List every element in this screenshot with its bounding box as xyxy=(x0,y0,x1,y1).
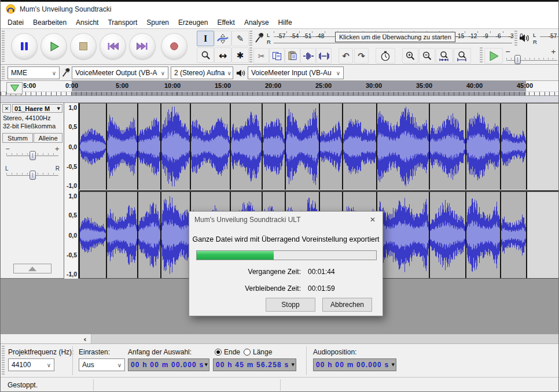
timer-button[interactable] xyxy=(376,48,395,64)
selection-tool-button[interactable]: I xyxy=(197,31,214,46)
track-top-border xyxy=(79,103,559,103)
menu-spuren[interactable]: Spuren xyxy=(142,17,174,28)
radio-length-icon[interactable] xyxy=(244,349,251,356)
stop-button[interactable] xyxy=(70,33,97,60)
copy-button[interactable] xyxy=(269,48,285,64)
horizontal-scrollbar[interactable]: ‹ xyxy=(1,334,559,343)
selection-end-timefield[interactable]: 00 h 45 m 56.258 s ▼ xyxy=(213,358,296,371)
menu-bearbeiten[interactable]: Bearbeiten xyxy=(28,17,71,28)
timeline-pin-button[interactable] xyxy=(6,82,23,94)
speed-slider-thumb[interactable] xyxy=(514,55,521,64)
timeline-ruler[interactable]: 5:00 0:005:0010:0015:0020:0025:0030:0035… xyxy=(1,81,559,96)
paste-button[interactable] xyxy=(285,48,300,64)
zoom-fit-project-button[interactable] xyxy=(454,48,471,64)
menu-ansicht[interactable]: Ansicht xyxy=(71,17,103,28)
gain-slider[interactable]: − + xyxy=(4,146,61,162)
toolbar-grip[interactable] xyxy=(480,47,483,62)
zoom-out-button[interactable] xyxy=(419,48,435,64)
skip-to-end-button[interactable] xyxy=(129,33,156,60)
radio-length[interactable]: Länge xyxy=(244,348,272,356)
menu-hilfe[interactable]: Hilfe xyxy=(274,17,297,28)
radio-end[interactable]: Ende xyxy=(215,348,240,356)
toolbar-grip[interactable] xyxy=(514,31,517,46)
undo-button[interactable]: ↶ xyxy=(339,48,353,64)
selection-start-timefield[interactable]: 00 h 00 m 00.000 s ▼ xyxy=(128,358,209,371)
pan-slider[interactable]: L R xyxy=(4,165,61,182)
recording-device-select[interactable]: VoiceMeeter Output (VB-A ∨ xyxy=(72,66,168,79)
cancel-export-button[interactable]: Abbrechen xyxy=(322,298,372,312)
menu-effekt[interactable]: Effekt xyxy=(212,17,239,28)
stop-export-button[interactable]: Stopp xyxy=(266,298,315,312)
cancel-export-label: Abbrechen xyxy=(330,301,364,309)
vruler-channel-left: 1,00,50,0-0,5-1,0 xyxy=(64,103,79,190)
chevron-down-icon: ∨ xyxy=(227,70,231,76)
scale-label-0,0: 0,0 xyxy=(68,143,77,150)
microphone-icon xyxy=(61,67,71,79)
toolbar-grip[interactable] xyxy=(249,31,252,46)
toolbar-grip[interactable] xyxy=(2,66,5,79)
zoom-to-selection-button[interactable] xyxy=(436,48,453,64)
radio-end-icon[interactable] xyxy=(215,349,222,356)
vertical-scale-ruler[interactable]: 1,00,50,0-0,5-1,0 1,00,50,0-0,5-1,0 xyxy=(64,103,79,279)
selection-end-time: 00 h 45 m 56.258 s xyxy=(216,361,289,369)
zoom-tool-button[interactable] xyxy=(197,47,214,63)
stopwatch-icon xyxy=(380,51,391,61)
waveform-channel-left[interactable] xyxy=(79,103,559,190)
timeline-label-5:00: 5:00 xyxy=(116,82,128,89)
record-button[interactable] xyxy=(161,33,187,60)
play-meter-tick: -57 xyxy=(549,33,557,39)
pan-slider-thumb[interactable] xyxy=(30,171,36,180)
project-rate-value: 44100 xyxy=(12,361,31,369)
silence-audio-button[interactable] xyxy=(316,48,332,64)
playback-device-select[interactable]: VoiceMeeter Input (VB-Au ∨ xyxy=(248,66,344,79)
playback-meter[interactable]: L R -57 xyxy=(519,31,559,46)
mute-button[interactable]: Stumm xyxy=(2,133,33,143)
audacity-logo-icon xyxy=(6,4,16,14)
scrollbar-track[interactable] xyxy=(91,334,559,343)
scroll-left-icon: ‹ xyxy=(83,335,86,343)
meter-tooltip: Klicken um die Überwachung zu starten xyxy=(335,32,455,42)
toolbar-grip[interactable] xyxy=(2,31,5,63)
scroll-left-button[interactable]: ‹ xyxy=(79,334,91,343)
play-at-speed-button[interactable] xyxy=(484,48,503,64)
dialog-close-button[interactable]: ✕ xyxy=(363,212,383,227)
snap-to-value: Aus xyxy=(82,361,94,369)
recording-channels-select[interactable]: 2 (Stereo) Aufna ∨ xyxy=(171,66,233,79)
project-rate-select[interactable]: 44100 ∨ xyxy=(8,358,54,371)
trim-audio-button[interactable] xyxy=(300,48,316,64)
device-toolbar: MME ∨ VoiceMeeter Output (VB-A ∨ 2 (Ster… xyxy=(1,65,559,81)
audio-position-timefield[interactable]: 00 h 00 m 00.000 s ▼ xyxy=(313,358,396,371)
redo-button[interactable]: ↷ xyxy=(354,48,369,64)
pause-button[interactable] xyxy=(11,33,38,60)
track-close-button[interactable]: ✕ xyxy=(2,104,11,113)
audio-host-select[interactable]: MME ∨ xyxy=(8,66,60,79)
play-button[interactable] xyxy=(41,33,67,60)
time-shift-tool-button[interactable]: ↔ xyxy=(214,47,231,63)
cut-button[interactable]: ✂ xyxy=(253,48,269,64)
record-meter-tick--48: -48 xyxy=(316,33,324,39)
menu-transport[interactable]: Transport xyxy=(103,17,142,28)
stop-icon xyxy=(79,42,88,51)
envelope-tool-button[interactable] xyxy=(214,31,231,46)
multi-tool-button[interactable]: ✱ xyxy=(231,47,249,63)
track-collapse-button[interactable] xyxy=(13,264,52,273)
dialog-title-bar[interactable]: Mum's Unveilung Soundtracki ULT ✕ xyxy=(189,212,383,227)
play-speed-slider[interactable]: − + xyxy=(505,48,558,64)
gain-slider-thumb[interactable] xyxy=(30,151,36,160)
zoom-in-icon xyxy=(405,51,415,61)
draw-tool-button[interactable]: ✎ xyxy=(231,31,249,46)
track-name-menu[interactable]: 01_Haere M ▼ xyxy=(12,104,62,113)
toolbar-grip[interactable] xyxy=(2,346,5,376)
zoom-in-button[interactable] xyxy=(402,48,418,64)
track-format-line1: Stereo, 44100Hz xyxy=(3,114,51,121)
scrub-strip[interactable] xyxy=(1,96,559,103)
toolbar-grip[interactable] xyxy=(249,47,252,62)
zoom-out-icon xyxy=(422,51,432,61)
scale-label-0,5: 0,5 xyxy=(68,123,77,130)
menu-analyse[interactable]: Analyse xyxy=(240,17,274,28)
snap-to-select[interactable]: Aus ∨ xyxy=(79,358,125,371)
skip-to-start-button[interactable] xyxy=(100,33,126,60)
solo-button[interactable]: Alleine xyxy=(34,133,62,143)
menu-datei[interactable]: Datei xyxy=(3,17,28,28)
menu-erzeugen[interactable]: Erzeugen xyxy=(174,17,212,28)
